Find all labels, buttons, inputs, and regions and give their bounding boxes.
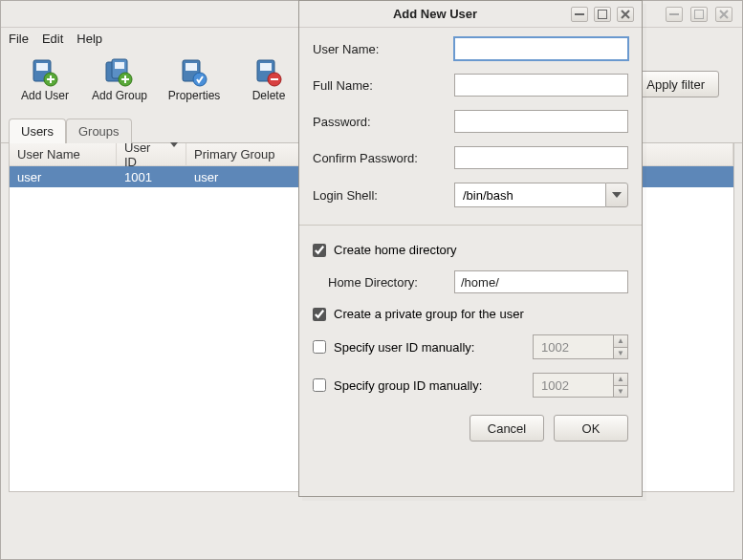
apply-filter-label: Apply filter bbox=[646, 77, 705, 92]
add-group-icon bbox=[104, 56, 135, 87]
create-home-checkbox[interactable] bbox=[313, 244, 326, 257]
menu-help[interactable]: Help bbox=[76, 32, 102, 46]
login-shell-label: Login Shell: bbox=[313, 188, 447, 203]
fullname-label: Full Name: bbox=[313, 78, 447, 93]
uid-stepper: 1002 ▲ ▼ bbox=[533, 334, 628, 359]
properties-icon bbox=[179, 56, 209, 87]
dialog-buttons: Cancel OK bbox=[299, 405, 642, 455]
chevron-down-icon bbox=[166, 147, 178, 162]
menu-file[interactable]: File bbox=[9, 32, 29, 46]
chevron-up-icon: ▲ bbox=[613, 373, 628, 385]
chevron-down-icon: ▼ bbox=[613, 385, 628, 398]
chevron-down-icon[interactable] bbox=[605, 183, 628, 207]
add-user-icon bbox=[30, 56, 60, 87]
svg-rect-17 bbox=[598, 10, 607, 19]
main-window-controls bbox=[666, 7, 742, 22]
dialog-titlebar: Add New User bbox=[299, 1, 642, 28]
add-user-dialog: Add New User User Name: Full Name: Passw… bbox=[298, 0, 643, 497]
delete-icon bbox=[253, 56, 284, 87]
tab-users[interactable]: Users bbox=[9, 118, 66, 143]
password-field[interactable] bbox=[454, 110, 628, 133]
add-user-label: Add User bbox=[21, 89, 69, 102]
gid-value: 1002 bbox=[533, 373, 613, 398]
menu-edit[interactable]: Edit bbox=[42, 32, 63, 46]
username-label: User Name: bbox=[313, 42, 447, 56]
col-primary-group[interactable]: Primary Group bbox=[186, 143, 308, 165]
home-directory-label: Home Directory: bbox=[328, 275, 447, 290]
specify-uid-label: Specify user ID manually: bbox=[334, 340, 474, 355]
create-home-label: Create home directory bbox=[334, 243, 457, 257]
properties-button[interactable]: Properties bbox=[162, 53, 227, 106]
svg-rect-15 bbox=[271, 78, 278, 80]
close-icon[interactable] bbox=[715, 7, 732, 22]
col-userid[interactable]: User ID bbox=[117, 143, 186, 165]
password-label: Password: bbox=[313, 115, 447, 129]
ok-button[interactable]: OK bbox=[554, 415, 628, 442]
private-group-checkbox[interactable] bbox=[313, 308, 326, 321]
col-username[interactable]: User Name bbox=[10, 143, 117, 165]
login-shell-value: /bin/bash bbox=[454, 183, 605, 207]
chevron-down-icon: ▼ bbox=[613, 347, 628, 360]
close-icon[interactable] bbox=[617, 7, 634, 22]
specify-gid-checkbox[interactable] bbox=[313, 378, 326, 392]
home-directory-field[interactable] bbox=[454, 270, 628, 293]
svg-rect-3 bbox=[36, 63, 48, 71]
tab-groups[interactable]: Groups bbox=[66, 118, 132, 143]
confirm-password-field[interactable] bbox=[454, 146, 628, 169]
svg-rect-0 bbox=[669, 13, 679, 15]
maximize-icon[interactable] bbox=[690, 7, 708, 22]
fullname-field[interactable] bbox=[454, 74, 628, 97]
separator bbox=[299, 225, 642, 226]
minimize-icon[interactable] bbox=[571, 7, 588, 22]
svg-rect-1 bbox=[694, 10, 704, 19]
private-group-label: Create a private group for the user bbox=[334, 307, 524, 321]
delete-label: Delete bbox=[252, 89, 286, 102]
dialog-body: User Name: Full Name: Password: Confirm … bbox=[299, 28, 642, 405]
cell-userid: 1001 bbox=[117, 170, 186, 184]
delete-button[interactable]: Delete bbox=[236, 53, 301, 106]
cancel-button[interactable]: Cancel bbox=[470, 415, 544, 442]
properties-label: Properties bbox=[168, 89, 221, 102]
login-shell-combo[interactable]: /bin/bash bbox=[454, 183, 628, 207]
svg-rect-7 bbox=[115, 62, 124, 69]
confirm-password-label: Confirm Password: bbox=[313, 151, 447, 165]
apply-filter-button[interactable]: Apply filter bbox=[632, 71, 719, 97]
specify-gid-label: Specify group ID manually: bbox=[334, 378, 482, 393]
add-group-label: Add Group bbox=[92, 89, 147, 102]
dialog-title: Add New User bbox=[299, 7, 571, 21]
add-user-button[interactable]: Add User bbox=[12, 53, 77, 106]
svg-rect-16 bbox=[575, 13, 584, 15]
svg-rect-13 bbox=[260, 63, 272, 71]
maximize-icon[interactable] bbox=[594, 7, 611, 22]
gid-stepper: 1002 ▲ ▼ bbox=[533, 373, 628, 398]
username-field[interactable] bbox=[454, 37, 628, 60]
chevron-up-icon: ▲ bbox=[613, 334, 628, 347]
cell-primary-group: user bbox=[186, 170, 308, 184]
cell-username: user bbox=[10, 170, 117, 184]
dialog-window-controls bbox=[571, 7, 642, 22]
minimize-icon[interactable] bbox=[666, 7, 683, 22]
add-group-button[interactable]: Add Group bbox=[87, 53, 152, 106]
uid-value: 1002 bbox=[533, 334, 613, 359]
svg-rect-10 bbox=[186, 63, 197, 71]
specify-uid-checkbox[interactable] bbox=[313, 340, 326, 354]
